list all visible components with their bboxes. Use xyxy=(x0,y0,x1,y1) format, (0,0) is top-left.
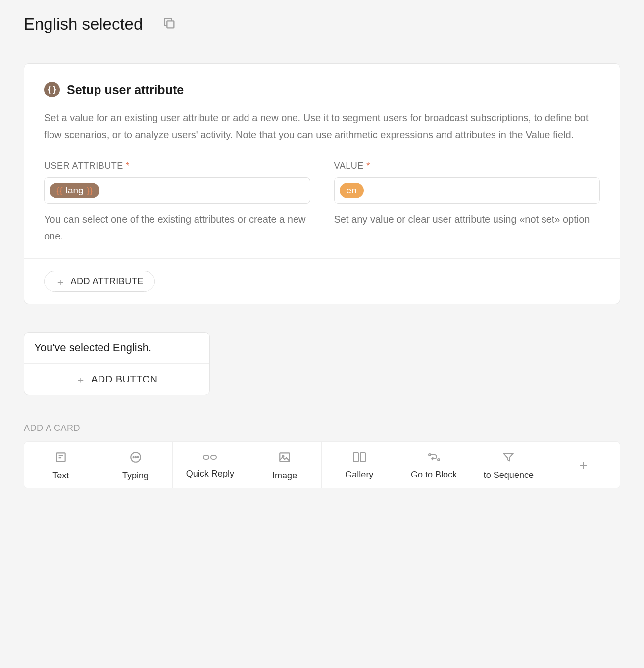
plus-icon: ＋ xyxy=(55,277,66,286)
plus-icon: ＋ xyxy=(76,375,86,384)
route-icon xyxy=(427,452,441,465)
fields-row: USER ATTRIBUTE * {{ lang }} You can sele… xyxy=(44,161,600,244)
card-option-go-to-block[interactable]: Go to Block xyxy=(397,442,471,488)
svg-rect-8 xyxy=(203,455,209,459)
message-footer: ＋ ADD BUTTON xyxy=(24,364,209,395)
card-option-more[interactable] xyxy=(546,442,620,488)
user-attribute-field: USER ATTRIBUTE * {{ lang }} You can sele… xyxy=(44,161,310,244)
card-option-label: Typing xyxy=(122,471,149,481)
funnel-icon xyxy=(502,451,514,465)
copy-icon[interactable] xyxy=(162,16,176,32)
card-option-gallery[interactable]: Gallery xyxy=(323,442,396,488)
add-attribute-button[interactable]: ＋ ADD ATTRIBUTE xyxy=(44,271,155,292)
card-option-text[interactable]: Text xyxy=(24,442,98,488)
card-option-to-sequence[interactable]: to Sequence xyxy=(472,442,546,488)
message-text[interactable]: You've selected English. xyxy=(24,333,209,364)
card-title: Setup user attribute xyxy=(67,83,184,97)
card-body: { } Setup user attribute Set a value for… xyxy=(24,64,620,258)
value-help: Set any value or clear user attribute us… xyxy=(334,211,600,228)
svg-point-14 xyxy=(429,454,431,456)
card-option-typing[interactable]: Typing xyxy=(99,442,173,488)
quick-reply-icon xyxy=(202,453,217,464)
attribute-chip[interactable]: {{ lang }} xyxy=(50,183,99,198)
value-chip[interactable]: en xyxy=(340,183,364,198)
card-option-label: Gallery xyxy=(345,470,373,480)
card-option-label: to Sequence xyxy=(484,470,534,480)
user-attribute-input[interactable]: {{ lang }} xyxy=(44,177,310,204)
add-card-label: ADD A CARD xyxy=(24,423,620,433)
svg-rect-13 xyxy=(360,453,365,462)
card-option-label: Quick Reply xyxy=(186,469,234,479)
card-options-row: Text Typing Quick Reply Image Gallery xyxy=(24,441,620,488)
add-button-button[interactable]: ＋ ADD BUTTON xyxy=(76,374,157,385)
setup-attribute-card: { } Setup user attribute Set a value for… xyxy=(24,63,620,304)
card-header: { } Setup user attribute xyxy=(44,82,600,97)
svg-point-15 xyxy=(438,459,440,461)
user-attribute-label: USER ATTRIBUTE * xyxy=(44,161,310,171)
value-label: VALUE * xyxy=(334,161,600,171)
card-footer: ＋ ADD ATTRIBUTE xyxy=(24,258,620,304)
text-icon xyxy=(54,451,67,466)
user-attribute-help: You can select one of the existing attri… xyxy=(44,211,310,244)
svg-rect-12 xyxy=(353,453,358,462)
value-input[interactable]: en xyxy=(334,177,600,204)
card-option-label: Image xyxy=(272,471,297,481)
page-title: English selected xyxy=(24,15,143,34)
svg-point-7 xyxy=(137,457,138,458)
value-field: VALUE * en Set any value or clear user a… xyxy=(334,161,600,244)
card-option-label: Go to Block xyxy=(411,470,457,480)
page-header: English selected xyxy=(24,15,620,34)
braces-badge-icon: { } xyxy=(44,82,60,97)
card-option-image[interactable]: Image xyxy=(248,442,322,488)
message-card: You've selected English. ＋ ADD BUTTON xyxy=(24,332,210,395)
svg-rect-0 xyxy=(167,21,174,28)
svg-point-6 xyxy=(135,457,136,458)
svg-rect-9 xyxy=(211,455,216,459)
add-card-section: ADD A CARD Text Typing Quick Reply Image xyxy=(24,423,620,488)
card-option-label: Text xyxy=(52,471,69,481)
card-description: Set a value for an existing user attribu… xyxy=(44,109,600,143)
svg-point-5 xyxy=(133,457,134,458)
image-icon xyxy=(278,451,291,466)
card-option-quick-reply[interactable]: Quick Reply xyxy=(174,442,248,488)
gallery-icon xyxy=(352,452,366,465)
plus-icon xyxy=(577,459,589,473)
typing-icon xyxy=(129,451,142,466)
